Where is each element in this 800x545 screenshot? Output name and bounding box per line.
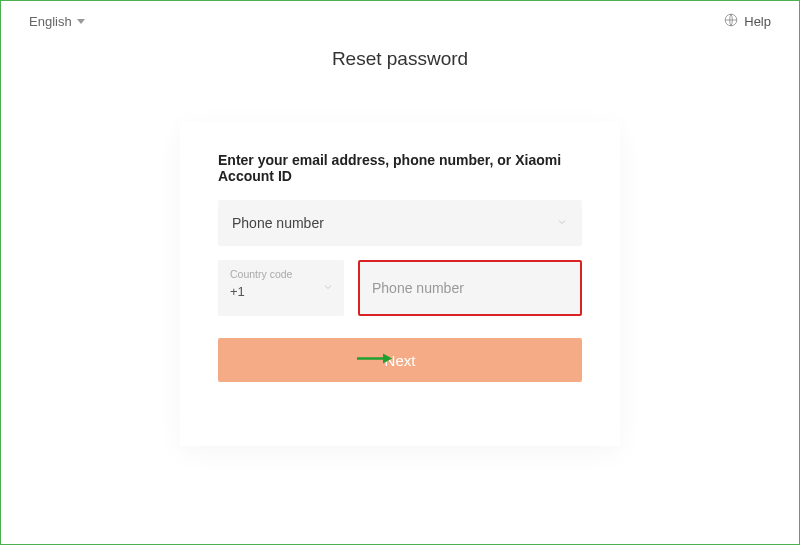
language-selector[interactable]: English <box>29 14 85 29</box>
id-type-select[interactable]: Phone number <box>218 200 582 246</box>
language-label: English <box>29 14 72 29</box>
id-type-value: Phone number <box>232 215 324 231</box>
help-label: Help <box>744 14 771 29</box>
country-code-label: Country code <box>230 268 332 280</box>
globe-icon <box>724 13 738 30</box>
topbar: English Help <box>1 1 799 42</box>
phone-input-highlight <box>358 260 582 316</box>
reset-card: Enter your email address, phone number, … <box>180 122 620 446</box>
country-code-select[interactable]: Country code +1 <box>218 260 344 316</box>
scroll-area[interactable]: English Help Reset password Enter your e… <box>1 1 799 544</box>
phone-row: Country code +1 <box>218 260 582 316</box>
chevron-down-icon <box>77 19 85 24</box>
window-frame: English Help Reset password Enter your e… <box>0 0 800 545</box>
svg-marker-2 <box>383 354 392 364</box>
next-button[interactable]: Next <box>218 338 582 382</box>
phone-number-input[interactable] <box>372 280 568 296</box>
chevron-down-icon <box>556 214 568 232</box>
country-code-value: +1 <box>230 284 332 299</box>
page-title: Reset password <box>1 48 799 70</box>
arrow-right-icon <box>356 352 392 369</box>
chevron-down-icon <box>322 279 334 297</box>
help-link[interactable]: Help <box>724 13 771 30</box>
form-heading: Enter your email address, phone number, … <box>218 152 582 184</box>
